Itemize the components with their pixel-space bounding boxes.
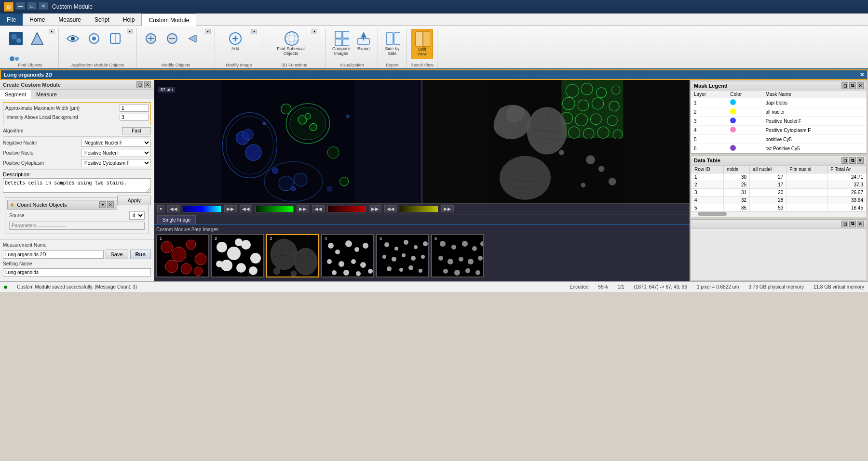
tab-measure[interactable]: Measure [31, 90, 62, 99]
channel4-prev-btn[interactable]: ◀◀ [384, 205, 397, 212]
measurement-name-input[interactable] [3, 250, 104, 259]
menu-help[interactable]: Help [116, 13, 142, 26]
color-dot-icon [730, 118, 736, 123]
zoom-out-btn[interactable]: ▾ [157, 205, 164, 212]
data-table-float[interactable]: ⧉ [849, 157, 856, 164]
restore-btn[interactable]: □ [27, 2, 37, 10]
right-bottom-float[interactable]: ⧉ [849, 221, 856, 227]
menu-measure[interactable]: Measure [52, 13, 88, 26]
setting-name-input[interactable] [3, 268, 151, 277]
yellow-channel-slider[interactable] [400, 206, 438, 212]
svg-point-55 [279, 176, 293, 191]
step-thumb-1[interactable]: 1 [156, 234, 209, 277]
legend-cell-name: Positive Cytoplasm F [762, 126, 867, 135]
close-btn-title[interactable]: ✕ [39, 2, 48, 10]
menu-file[interactable]: File [0, 13, 23, 26]
source-select[interactable]: d [129, 211, 145, 220]
svg-marker-16 [189, 35, 196, 42]
single-image-tab[interactable]: Single Image [157, 215, 196, 224]
green-channel-slider[interactable] [255, 206, 294, 212]
step-thumb-2[interactable]: 2 [211, 234, 264, 277]
right-bottom-pin[interactable]: ◻ [841, 221, 848, 227]
svg-point-110 [241, 240, 251, 250]
ribbon-btn-mod3[interactable] [183, 29, 203, 48]
ribbon-btn-export-viz[interactable]: Export [353, 29, 374, 53]
table-hscroll[interactable] [691, 211, 867, 217]
ribbon-btn-spherical[interactable]: Find Spherical Objects [271, 29, 310, 58]
description-label-text: Description: [3, 171, 31, 177]
data-table-pin[interactable]: ◻ [841, 157, 848, 164]
step-thumb-5[interactable]: 5 [376, 234, 429, 277]
menu-custom-module[interactable]: Custom Module [141, 13, 196, 26]
channel2-next-btn[interactable]: ▶▶ [297, 205, 309, 212]
step-thumb-6[interactable]: 6 [431, 234, 484, 277]
menu-home[interactable]: Home [23, 13, 52, 26]
step-thumb-3[interactable]: 3 [266, 234, 319, 277]
blue-channel-slider[interactable] [183, 206, 221, 212]
negative-nuclei-select[interactable]: Negative Nuclei F [81, 139, 151, 147]
mask-legend-float[interactable]: ⧉ [849, 82, 856, 89]
mask-legend-pin[interactable]: ◻ [841, 82, 848, 89]
approx-width-input[interactable] [120, 105, 149, 112]
ribbon-btn-mod1[interactable] [141, 29, 161, 48]
intensity-input[interactable] [120, 114, 149, 121]
ribbon-btn-add[interactable]: Add [221, 29, 250, 53]
minimize-btn[interactable]: — [15, 2, 25, 10]
apply-button[interactable]: Apply [117, 196, 151, 205]
find-objects-dropdown[interactable]: ▾ [49, 29, 54, 34]
module-close-btn[interactable]: ✕ [860, 72, 864, 78]
app-module-dropdown[interactable]: ▾ [127, 29, 133, 34]
channel3-prev-btn[interactable]: ◀◀ [312, 205, 325, 212]
ribbon-btn-find-obj1[interactable] [6, 29, 26, 48]
3d-label: 3D Functions [263, 63, 326, 67]
channel4-next-btn[interactable]: ▶▶ [441, 205, 454, 212]
menu-script[interactable]: Script [88, 13, 116, 26]
svg-marker-28 [361, 32, 366, 38]
ribbon-btn-find-obj3[interactable] [27, 29, 47, 48]
ribbon-btn-mod2[interactable] [162, 29, 182, 48]
legend-cell-color [727, 107, 762, 117]
save-button[interactable]: Save [106, 250, 128, 259]
hscroll-thumb[interactable] [698, 212, 727, 216]
svg-rect-26 [343, 39, 349, 46]
step-thumb-4[interactable]: 4 [321, 234, 374, 277]
3d-dropdown[interactable]: ▾ [312, 29, 317, 34]
panel-close-btn[interactable]: ✕ [144, 81, 151, 88]
data-table-close[interactable]: ✕ [857, 157, 864, 164]
image-left[interactable]: dapi, FITC 57 µm [154, 80, 421, 203]
channel-next-btn[interactable]: ▶▶ [224, 205, 237, 212]
ribbon-btn-app1[interactable] [63, 29, 83, 48]
step4-close-btn[interactable]: ✕ [107, 201, 114, 208]
mask-legend-close[interactable]: ✕ [857, 82, 864, 89]
panel-pin-btn[interactable]: ◻ [136, 81, 143, 88]
positive-cytoplasm-select[interactable]: Positive Cytoplasm F [81, 159, 151, 167]
data-table-cell: 24.71 [827, 173, 867, 181]
channel3-next-btn[interactable]: ▶▶ [369, 205, 381, 212]
ribbon-btn-app2[interactable] [84, 29, 104, 48]
ribbon-btn-split-view[interactable]: SplitView [411, 29, 433, 59]
tab-segment[interactable]: Segment [0, 90, 31, 99]
run-button[interactable]: Run [130, 250, 151, 259]
add-label: Add [231, 47, 239, 52]
positive-nuclei-label: Positive Nuclei [3, 150, 81, 156]
table-scroll[interactable]: Row IDnoidsall nucleiFits nucleiF Total … [691, 165, 867, 211]
find-objects-label: Find Objects [2, 63, 58, 67]
ribbon-btn-app3[interactable] [105, 29, 125, 48]
step4-header: 4 Count Nuclei Objects ▾ ✕ [7, 200, 117, 210]
modify-obj-dropdown[interactable]: ▾ [205, 29, 211, 34]
ribbon-btn-compare[interactable]: CompareImages [330, 29, 353, 58]
data-table-cell: 17 [750, 181, 787, 189]
channel2-prev-btn[interactable]: ◀◀ [240, 205, 252, 212]
description-textarea[interactable]: Detects cells in samples using two stain… [3, 178, 151, 193]
right-bottom-close[interactable]: ✕ [857, 221, 864, 227]
svg-point-108 [217, 242, 227, 252]
step4-expand-btn[interactable]: ▾ [99, 201, 106, 208]
ribbon-btn-side-by-side[interactable]: Side bySide [382, 29, 403, 58]
modify-img-dropdown[interactable]: ▾ [251, 29, 257, 34]
data-table-row: 1302724.71 [692, 173, 867, 181]
positive-nuclei-select[interactable]: Positive Nuclei F [81, 149, 151, 157]
data-table-cell [787, 197, 827, 204]
image-right[interactable]: Negative Nuclei F, Positive [421, 80, 690, 203]
red-channel-slider[interactable] [327, 206, 366, 212]
channel-prev-btn[interactable]: ◀◀ [167, 205, 180, 212]
